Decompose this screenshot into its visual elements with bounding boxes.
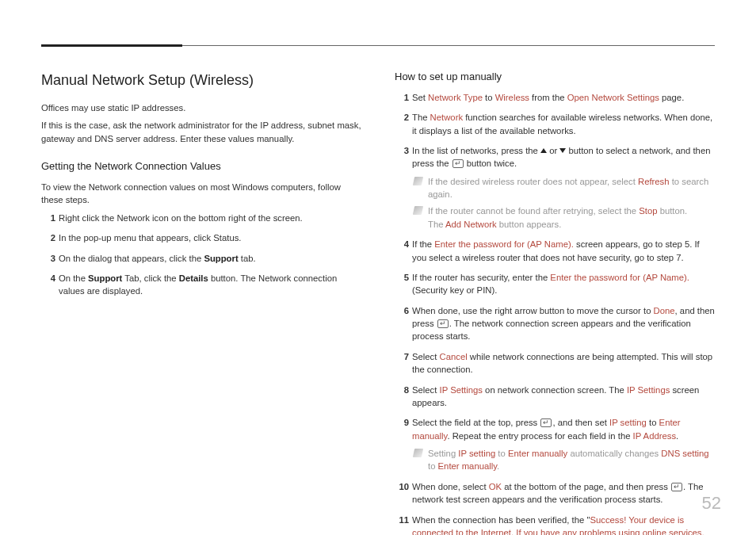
text: If the — [412, 239, 434, 249]
refresh-label: Refresh — [638, 177, 670, 186]
page-number: 52 — [702, 491, 721, 516]
text: When done, select — [412, 482, 489, 491]
ip-address-label: IP Address — [633, 431, 676, 441]
note-refresh: If the desired wireless router does not … — [414, 175, 715, 201]
step-4: On the Support Tab, click the Details bu… — [41, 272, 361, 298]
step-8: Select IP Settings on network connection… — [395, 384, 715, 410]
values-intro: To view the Network connection values on… — [41, 181, 361, 207]
enter-icon — [540, 418, 552, 427]
text: The — [412, 113, 430, 122]
text: Select — [412, 352, 440, 361]
cancel-label: Cancel — [440, 352, 468, 361]
text: Set — [412, 93, 428, 102]
right-column: How to set up manually Set Network Type … — [395, 67, 715, 535]
text: automatically changes — [567, 449, 661, 458]
arrow-up-icon — [540, 148, 547, 153]
text: (Security key or PIN). — [412, 285, 497, 295]
dns-setting-label: DNS setting — [661, 449, 708, 458]
page: Manual Network Setup (Wireless) Offices … — [0, 0, 756, 535]
step-7: Select Cancel while network connections … — [395, 350, 715, 376]
top-rule — [41, 44, 715, 48]
text: or — [547, 146, 559, 155]
step-text: Right click the Network icon on the bott… — [59, 213, 303, 223]
enter-manually-label: Enter manually — [438, 461, 498, 471]
text: Select the field at the top, press — [412, 418, 540, 427]
text: to — [495, 449, 508, 458]
ok-label: OK — [489, 482, 502, 491]
section-title: Manual Network Setup (Wireless) — [41, 70, 361, 90]
text: Select — [412, 385, 440, 395]
step-11: When the connection has been verified, t… — [395, 514, 715, 535]
step-9: Select the field at the top, press , and… — [395, 416, 715, 473]
ip-settings-label: IP Settings — [440, 385, 483, 395]
network-label: Network — [430, 113, 463, 122]
intro-para-1: Offices may use static IP addresses. — [41, 101, 361, 114]
text: In the list of networks, press the — [412, 146, 540, 155]
step-text: In the pop-up menu that appears, click S… — [59, 233, 241, 243]
step-1: Right click the Network icon on the bott… — [41, 212, 361, 224]
enter-icon — [671, 483, 682, 491]
ip-settings-label: IP Settings — [627, 385, 670, 395]
step-5: If the router has security, enter the En… — [395, 271, 715, 297]
text: button. — [658, 206, 688, 216]
text: On the dialog that appears, click the — [59, 254, 204, 263]
notes-block: Setting IP setting to Enter manually aut… — [414, 447, 715, 473]
enter-manually-label: Enter manually — [508, 449, 567, 458]
text: at the bottom of the page, and then pres… — [502, 482, 670, 491]
text: If the router cannot be found after retr… — [428, 206, 639, 216]
left-column: Manual Network Setup (Wireless) Offices … — [41, 67, 361, 535]
text: When done, use the right arrow button to… — [412, 306, 654, 315]
subsection-title-manual: How to set up manually — [395, 70, 715, 85]
enter-password-label: Enter the password for (AP Name). — [550, 273, 689, 282]
text: On the — [59, 273, 88, 283]
add-network-label: Add Network — [445, 220, 497, 229]
text: . — [497, 461, 499, 471]
step-1: Set Network Type to Wireless from the Op… — [395, 91, 715, 104]
text: tab. — [239, 254, 256, 263]
text: button appears. — [497, 220, 562, 229]
step-2: In the pop-up menu that appears, click S… — [41, 231, 361, 244]
steps-right: Set Network Type to Wireless from the Op… — [395, 91, 715, 535]
notes-block: If the desired wireless router does not … — [414, 175, 715, 231]
text: to — [428, 461, 438, 471]
text: button twice. — [464, 159, 517, 168]
text: Setting — [428, 449, 458, 458]
intro-para-2: If this is the case, ask the network adm… — [41, 119, 361, 145]
text: When the connection has been verified, t… — [412, 515, 590, 525]
text: from the — [529, 93, 567, 102]
text: , and then set — [552, 418, 609, 427]
subsection-title-values: Getting the Network Connection Values — [41, 159, 361, 174]
ip-setting-label: IP setting — [609, 418, 647, 427]
open-network-settings-label: Open Network Settings — [567, 93, 659, 102]
wireless-label: Wireless — [495, 93, 529, 102]
step-4: If the Enter the password for (AP Name).… — [395, 238, 715, 264]
text: . Repeat the entry process for each fiel… — [447, 431, 632, 441]
note-stop: If the router cannot be found after retr… — [414, 204, 715, 231]
done-label: Done — [654, 306, 675, 315]
text: The — [428, 220, 445, 229]
stop-label: Stop — [639, 206, 657, 216]
columns: Manual Network Setup (Wireless) Offices … — [41, 67, 715, 535]
network-type-label: Network Type — [428, 93, 483, 102]
text: on network connection screen. The — [483, 385, 627, 395]
text: page. — [659, 93, 684, 102]
step-3: In the list of networks, press the or bu… — [395, 144, 715, 231]
text: If the desired wireless router does not … — [428, 177, 638, 186]
enter-password-label: Enter the password for (AP Name). — [434, 239, 574, 249]
enter-icon — [437, 319, 449, 328]
step-3: On the dialog that appears, click the Su… — [41, 252, 361, 265]
support-label: Support — [204, 254, 238, 263]
step-10: When done, select OK at the bottom of th… — [395, 480, 715, 506]
note-dns: Setting IP setting to Enter manually aut… — [414, 447, 715, 473]
steps-left: Right click the Network icon on the bott… — [41, 212, 361, 298]
step-2: The Network function searches for availa… — [395, 111, 715, 137]
text: Tab, click the — [122, 273, 178, 283]
text: If the router has security, enter the — [412, 273, 550, 282]
support-label: Support — [88, 273, 122, 283]
ip-setting-label: IP setting — [458, 449, 495, 458]
enter-icon — [452, 159, 464, 168]
text: . The network connection screen appears … — [412, 319, 691, 341]
text: to — [483, 93, 495, 102]
details-label: Details — [179, 273, 208, 283]
text: to — [647, 418, 659, 427]
